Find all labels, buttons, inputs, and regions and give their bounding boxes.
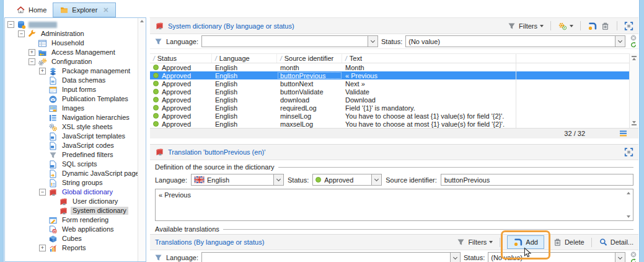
tab-close-icon[interactable]: ✕ bbox=[103, 6, 108, 14]
detail-button[interactable]: Detail... bbox=[599, 238, 633, 246]
scroll-up-icon[interactable] bbox=[140, 20, 144, 22]
translation-title: Translation 'buttonPrevious (en)' bbox=[168, 148, 265, 156]
maximize-button[interactable] bbox=[624, 148, 633, 156]
table-row[interactable]: Approved English buttonNext Next » bbox=[150, 79, 629, 88]
table-row[interactable]: Approved English buttonValidate Validate bbox=[150, 88, 629, 96]
trash-icon bbox=[553, 238, 562, 246]
tree-expander-icon[interactable]: + bbox=[39, 68, 46, 75]
tree-scrollbar[interactable] bbox=[138, 18, 146, 261]
tree-expander-icon[interactable]: + bbox=[39, 245, 46, 251]
delete-button-top[interactable] bbox=[601, 22, 610, 30]
tree-item[interactable]: @ Web applications bbox=[5, 225, 138, 234]
tree-item[interactable]: SQL scripts bbox=[5, 160, 138, 169]
clear-filter-icon[interactable] bbox=[630, 251, 637, 258]
table-row[interactable]: Approved English month Month bbox=[150, 63, 629, 71]
combo-dropdown-button[interactable] bbox=[371, 174, 381, 185]
scroll-down-icon[interactable] bbox=[632, 121, 636, 124]
services-button[interactable] bbox=[558, 22, 573, 30]
delete-button-label: Delete bbox=[565, 238, 584, 246]
gear-run-icon bbox=[558, 22, 567, 30]
tree-expander-icon[interactable]: − bbox=[39, 189, 46, 196]
tree-item[interactable]: Input forms bbox=[5, 85, 138, 94]
scroll-down-icon[interactable] bbox=[627, 215, 630, 218]
column-header-source[interactable]: / Source identifier bbox=[277, 54, 342, 63]
cell-language: English bbox=[215, 64, 237, 71]
tree-expander-icon[interactable]: − bbox=[7, 21, 14, 28]
maximize-button[interactable] bbox=[624, 22, 633, 30]
table-scrollbar[interactable] bbox=[629, 53, 638, 128]
language-filter-combo[interactable] bbox=[201, 35, 378, 47]
combo-dropdown-button[interactable] bbox=[368, 36, 377, 47]
tab-explorer[interactable]: Explorer ✕ bbox=[53, 2, 115, 17]
scroll-up-icon[interactable] bbox=[627, 192, 630, 194]
add-button[interactable]: Add bbox=[507, 235, 544, 249]
tree-item[interactable]: XSL style sheets bbox=[5, 122, 138, 132]
tree-item[interactable]: − bbox=[5, 20, 138, 29]
status-field-combo[interactable]: Approved bbox=[312, 174, 382, 186]
tree-item[interactable]: + Access Management bbox=[5, 48, 138, 57]
delete-button[interactable]: Delete bbox=[553, 238, 584, 246]
tree-item[interactable]: Navigation hierarchies bbox=[5, 113, 138, 122]
status-filter-combo[interactable]: (No value) bbox=[488, 252, 625, 262]
column-header-status[interactable]: / Status bbox=[150, 54, 212, 63]
tree-item[interactable]: + Package management bbox=[5, 66, 138, 76]
tree-item[interactable]: Cubes bbox=[5, 234, 138, 243]
tree-item[interactable]: Publication Templates bbox=[5, 94, 138, 104]
tab-home[interactable]: Home bbox=[10, 2, 53, 17]
scroll-bottom-icon[interactable] bbox=[632, 124, 637, 125]
tree-item[interactable]: System dictionary bbox=[5, 206, 138, 215]
toolbar-separator bbox=[550, 21, 551, 30]
scroll-up-icon[interactable] bbox=[632, 58, 636, 60]
column-header-text[interactable]: / Text bbox=[342, 54, 516, 63]
refresh-icon[interactable] bbox=[630, 42, 637, 48]
clear-filter-icon[interactable] bbox=[630, 35, 637, 41]
table-row[interactable]: Approved English requiredLog Field '{1}'… bbox=[150, 104, 629, 112]
tree-item[interactable]: User dictionary bbox=[5, 197, 138, 206]
pagination-menu-icon[interactable] bbox=[620, 130, 627, 137]
xsl-icon bbox=[48, 123, 58, 132]
combo-dropdown-button[interactable] bbox=[615, 253, 625, 262]
scroll-top-icon[interactable] bbox=[632, 56, 637, 57]
filters-button[interactable]: Filters bbox=[456, 238, 493, 246]
table-row[interactable]: Approved English buttonPrevious « Previo… bbox=[150, 71, 629, 79]
language-field-combo[interactable]: English bbox=[191, 174, 284, 186]
tree-item[interactable]: Dynamic JavaScript pages bbox=[5, 169, 138, 178]
source-identifier-input[interactable]: buttonPrevious bbox=[441, 174, 633, 186]
tree-item[interactable]: String groups bbox=[5, 178, 138, 187]
column-header-language[interactable]: / Language bbox=[212, 54, 277, 63]
table-row[interactable]: Approved English download Download bbox=[150, 96, 629, 104]
add-translation-button[interactable] bbox=[588, 22, 597, 30]
filters-button[interactable]: Filters bbox=[507, 22, 544, 30]
cell-language: English bbox=[215, 72, 237, 79]
status-filter-combo[interactable]: (No value) bbox=[405, 35, 625, 47]
refresh-icon[interactable] bbox=[630, 258, 637, 262]
tree-item[interactable]: Form rendering bbox=[5, 215, 138, 225]
combo-dropdown-button[interactable] bbox=[615, 36, 625, 47]
tree-item[interactable]: + Reports bbox=[5, 243, 138, 253]
language-filter-combo[interactable] bbox=[201, 252, 461, 262]
cell-language: English bbox=[215, 120, 237, 128]
inputform-icon bbox=[48, 86, 58, 94]
combo-dropdown-button[interactable] bbox=[450, 253, 460, 262]
table-row[interactable]: Approved English minselLog You have to c… bbox=[150, 112, 629, 120]
tree-item[interactable]: Data schemas bbox=[5, 76, 138, 85]
combo-dropdown-button[interactable] bbox=[273, 174, 283, 185]
filter-funnel-icon bbox=[154, 253, 163, 262]
record-count: 32 / 32 bbox=[564, 130, 585, 137]
tree-expander-icon[interactable]: + bbox=[29, 49, 35, 56]
table-row[interactable]: Approved English maxselLog You have to c… bbox=[150, 120, 629, 128]
filter-side-icons bbox=[629, 251, 637, 262]
sort-icon: / bbox=[345, 55, 347, 62]
tree-item[interactable]: − Configuration bbox=[5, 57, 138, 66]
definition-fields-row: Language: English Status: Approved Sourc… bbox=[150, 172, 638, 187]
tree-item[interactable]: Images bbox=[5, 104, 138, 113]
translation-text-area[interactable]: « Previous bbox=[155, 189, 633, 221]
tree-item[interactable]: − Administration bbox=[5, 29, 138, 38]
tree-item[interactable]: Household bbox=[5, 38, 138, 48]
tree-item[interactable]: Predefined filters bbox=[5, 150, 138, 160]
tree-item[interactable]: − Global dictionary bbox=[5, 187, 138, 197]
tree-expander-icon[interactable]: − bbox=[29, 58, 35, 65]
tree-item[interactable]: JavaScript codes bbox=[5, 141, 138, 150]
tree-item[interactable]: JavaScript templates bbox=[5, 132, 138, 141]
tree-expander-icon[interactable]: − bbox=[18, 30, 25, 37]
